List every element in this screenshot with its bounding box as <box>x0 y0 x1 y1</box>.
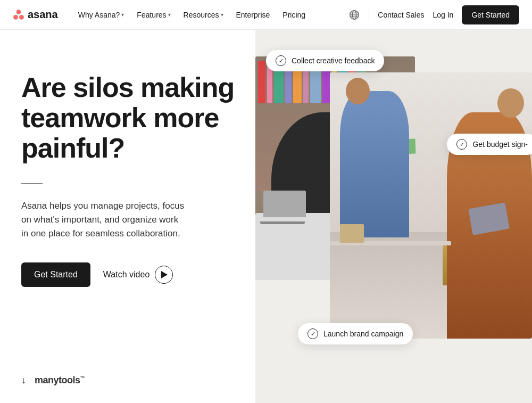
chevron-down-icon: ▾ <box>168 12 171 18</box>
play-triangle <box>161 271 168 278</box>
watch-video-link[interactable]: Watch video <box>103 266 173 284</box>
laptop-base <box>260 221 305 224</box>
task-badge-3: ✓ Launch brand campaign <box>298 323 413 344</box>
contact-sales-link[interactable]: Contact Sales <box>378 11 424 19</box>
person-1-body <box>340 91 409 237</box>
office-scene-right <box>330 72 532 339</box>
log-in-link[interactable]: Log In <box>433 11 453 19</box>
hero-title: Are silos making teamwork more painful? <box>21 72 255 164</box>
globe-icon[interactable] <box>348 9 360 21</box>
nav-link-pricing[interactable]: Pricing <box>277 7 311 22</box>
task-badge-2: ✓ Get budget sign- <box>447 134 532 155</box>
bottom-left-area: ↓ manytools™ <box>21 375 85 386</box>
svg-point-2 <box>19 15 24 20</box>
logo-wordmark: asana <box>28 9 58 21</box>
nav-link-features[interactable]: Features ▾ <box>131 7 176 22</box>
get-started-nav-button[interactable]: Get Started <box>462 5 519 24</box>
check-icon-1: ✓ <box>276 55 286 66</box>
nav-divider <box>369 9 369 21</box>
check-icon-3: ✓ <box>307 328 318 339</box>
nav-links: Why Asana? ▾ Features ▾ Resources ▾ Ente… <box>73 7 311 22</box>
hero-image-right <box>330 72 532 339</box>
hero-left-panel: Are silos making teamwork more painful? … <box>0 30 255 403</box>
box-on-desk <box>340 224 364 243</box>
nav-link-resources[interactable]: Resources ▾ <box>178 7 229 22</box>
nav-logo[interactable]: asana <box>13 9 58 21</box>
hero-right-panel: ✓ Collect creative feedback ✓ Get budget… <box>255 30 532 403</box>
navbar: asana Why Asana? ▾ Features ▾ Resources … <box>0 0 532 30</box>
cta-row: Get Started Watch video <box>21 262 255 287</box>
hero-divider <box>21 183 43 184</box>
hero-description: Asana helps you manage projects, focus o… <box>21 199 186 241</box>
get-started-hero-button[interactable]: Get Started <box>21 262 90 287</box>
down-arrow-icon: ↓ <box>21 375 26 386</box>
nav-link-why-asana[interactable]: Why Asana? ▾ <box>73 7 130 22</box>
svg-point-1 <box>13 15 18 20</box>
laptop-screen <box>263 191 306 217</box>
nav-left: asana Why Asana? ▾ Features ▾ Resources … <box>13 7 311 22</box>
chevron-down-icon: ▾ <box>221 12 223 18</box>
svg-point-0 <box>16 10 21 14</box>
manytools-logo: manytools™ <box>35 375 85 386</box>
play-icon <box>155 266 173 284</box>
person-2-head <box>497 88 524 118</box>
check-icon-2: ✓ <box>456 139 467 150</box>
main-content: Are silos making teamwork more painful? … <box>0 30 532 403</box>
chevron-down-icon: ▾ <box>121 12 124 18</box>
task-badge-1: ✓ Collect creative feedback <box>266 50 384 71</box>
asana-logo-icon <box>13 9 24 21</box>
nav-right: Contact Sales Log In Get Started <box>348 5 519 24</box>
nav-link-enterprise[interactable]: Enterprise <box>231 7 276 22</box>
